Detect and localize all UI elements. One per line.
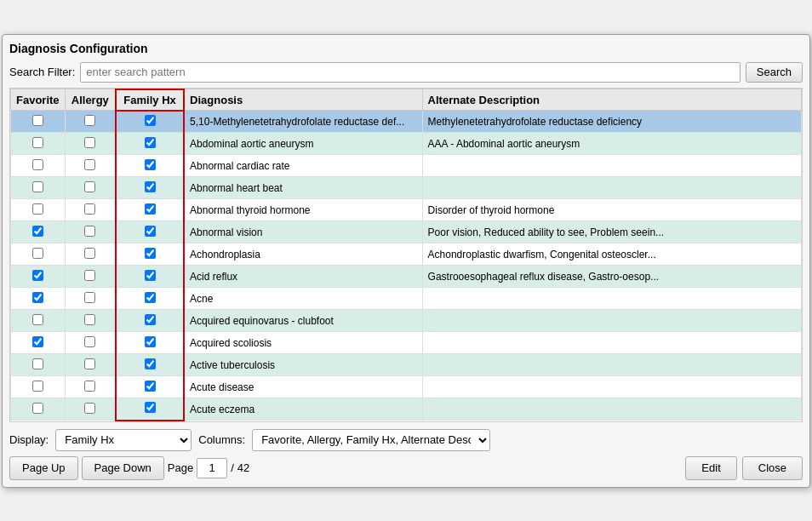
cell-favorite[interactable] xyxy=(11,133,66,155)
cell-allergy[interactable] xyxy=(65,243,116,266)
checkbox-allergy[interactable] xyxy=(84,292,95,303)
checkbox-allergy[interactable] xyxy=(84,159,95,170)
checkbox-family-hx[interactable] xyxy=(145,381,156,392)
checkbox-family-hx[interactable] xyxy=(145,226,156,237)
checkbox-favorite[interactable] xyxy=(32,292,43,303)
checkbox-allergy[interactable] xyxy=(84,270,95,281)
cell-allergy[interactable] xyxy=(65,310,116,332)
table-row[interactable]: Acne xyxy=(11,288,802,310)
checkbox-favorite[interactable] xyxy=(32,314,43,325)
cell-family-hx[interactable] xyxy=(116,243,184,266)
table-row[interactable]: Acquired equinovarus - clubfoot xyxy=(11,310,802,332)
cell-favorite[interactable] xyxy=(11,398,66,421)
table-row[interactable]: Abnormal heart beat xyxy=(11,177,802,199)
checkbox-favorite[interactable] xyxy=(32,336,43,347)
cell-favorite[interactable] xyxy=(11,111,66,133)
checkbox-family-hx[interactable] xyxy=(145,270,156,281)
edit-button[interactable]: Edit xyxy=(685,456,736,480)
cell-allergy[interactable] xyxy=(65,398,116,421)
checkbox-favorite[interactable] xyxy=(32,381,43,392)
cell-favorite[interactable] xyxy=(11,221,66,243)
cell-favorite[interactable] xyxy=(11,288,66,310)
search-input[interactable] xyxy=(80,62,740,83)
checkbox-family-hx[interactable] xyxy=(145,137,156,148)
cell-favorite[interactable] xyxy=(11,332,66,354)
checkbox-allergy[interactable] xyxy=(84,381,95,392)
cell-favorite[interactable] xyxy=(11,243,66,266)
checkbox-favorite[interactable] xyxy=(32,115,43,126)
display-select[interactable]: Family Hx xyxy=(55,429,192,451)
cell-family-hx[interactable] xyxy=(116,199,184,221)
checkbox-allergy[interactable] xyxy=(84,181,95,192)
table-row[interactable]: Abnormal thyroid hormoneDisorder of thyr… xyxy=(11,199,802,221)
cell-family-hx[interactable] xyxy=(116,332,184,354)
cell-family-hx[interactable] xyxy=(116,398,184,421)
cell-favorite[interactable] xyxy=(11,354,66,376)
table-row[interactable]: Abnormal visionPoor vision, Reduced abil… xyxy=(11,221,802,243)
columns-select[interactable]: Favorite, Allergy, Family Hx, Alternate … xyxy=(252,429,490,451)
checkbox-allergy[interactable] xyxy=(84,203,95,215)
checkbox-allergy[interactable] xyxy=(84,336,95,347)
checkbox-favorite[interactable] xyxy=(32,137,43,148)
cell-allergy[interactable] xyxy=(65,111,116,133)
cell-allergy[interactable] xyxy=(65,354,116,376)
cell-allergy[interactable] xyxy=(65,221,116,243)
page-up-button[interactable]: Page Up xyxy=(9,456,78,480)
checkbox-favorite[interactable] xyxy=(32,203,43,215)
checkbox-allergy[interactable] xyxy=(84,137,95,148)
table-row[interactable]: Acute eczema xyxy=(11,398,802,421)
checkbox-family-hx[interactable] xyxy=(145,402,156,413)
cell-allergy[interactable] xyxy=(65,155,116,177)
page-down-button[interactable]: Page Down xyxy=(82,456,164,480)
checkbox-allergy[interactable] xyxy=(84,403,95,414)
table-row[interactable]: Acute disease xyxy=(11,376,802,398)
cell-family-hx[interactable] xyxy=(116,111,184,133)
checkbox-family-hx[interactable] xyxy=(145,248,156,259)
table-row[interactable]: Abdominal aortic aneurysmAAA - Abdominal… xyxy=(11,133,802,155)
cell-allergy[interactable] xyxy=(65,266,116,288)
checkbox-allergy[interactable] xyxy=(84,358,95,369)
cell-allergy[interactable] xyxy=(65,332,116,354)
checkbox-favorite[interactable] xyxy=(32,358,43,369)
cell-family-hx[interactable] xyxy=(116,266,184,288)
checkbox-family-hx[interactable] xyxy=(145,314,156,325)
cell-family-hx[interactable] xyxy=(116,288,184,310)
checkbox-family-hx[interactable] xyxy=(145,336,156,347)
cell-family-hx[interactable] xyxy=(116,310,184,332)
checkbox-favorite[interactable] xyxy=(32,159,43,170)
cell-family-hx[interactable] xyxy=(116,133,184,155)
checkbox-allergy[interactable] xyxy=(84,115,95,126)
table-row[interactable]: Acquired scoliosis xyxy=(11,332,802,354)
cell-allergy[interactable] xyxy=(65,177,116,199)
cell-favorite[interactable] xyxy=(11,177,66,199)
checkbox-family-hx[interactable] xyxy=(145,115,156,126)
checkbox-favorite[interactable] xyxy=(32,226,43,237)
cell-family-hx[interactable] xyxy=(116,354,184,376)
checkbox-favorite[interactable] xyxy=(32,248,43,259)
checkbox-allergy[interactable] xyxy=(84,226,95,237)
checkbox-family-hx[interactable] xyxy=(145,181,156,192)
cell-allergy[interactable] xyxy=(65,376,116,398)
table-row[interactable]: 5,10-Methylenetetrahydrofolate reductase… xyxy=(11,111,802,133)
cell-favorite[interactable] xyxy=(11,155,66,177)
cell-favorite[interactable] xyxy=(11,199,66,221)
cell-family-hx[interactable] xyxy=(116,155,184,177)
table-row[interactable]: Active tuberculosis xyxy=(11,354,802,376)
checkbox-family-hx[interactable] xyxy=(145,203,156,215)
page-number-input[interactable] xyxy=(197,458,227,478)
checkbox-allergy[interactable] xyxy=(84,314,95,325)
cell-allergy[interactable] xyxy=(65,133,116,155)
cell-allergy[interactable] xyxy=(65,199,116,221)
table-row[interactable]: AchondroplasiaAchondroplastic dwarfism, … xyxy=(11,243,802,266)
checkbox-favorite[interactable] xyxy=(32,181,43,192)
cell-favorite[interactable] xyxy=(11,310,66,332)
table-row[interactable]: Acid refluxGastrooesophageal reflux dise… xyxy=(11,266,802,288)
cell-family-hx[interactable] xyxy=(116,177,184,199)
search-button[interactable]: Search xyxy=(746,62,803,83)
cell-family-hx[interactable] xyxy=(116,376,184,398)
checkbox-allergy[interactable] xyxy=(84,248,95,259)
table-row[interactable]: Abnormal cardiac rate xyxy=(11,155,802,177)
checkbox-favorite[interactable] xyxy=(32,403,43,414)
checkbox-family-hx[interactable] xyxy=(145,292,156,303)
close-button[interactable]: Close xyxy=(742,456,803,480)
